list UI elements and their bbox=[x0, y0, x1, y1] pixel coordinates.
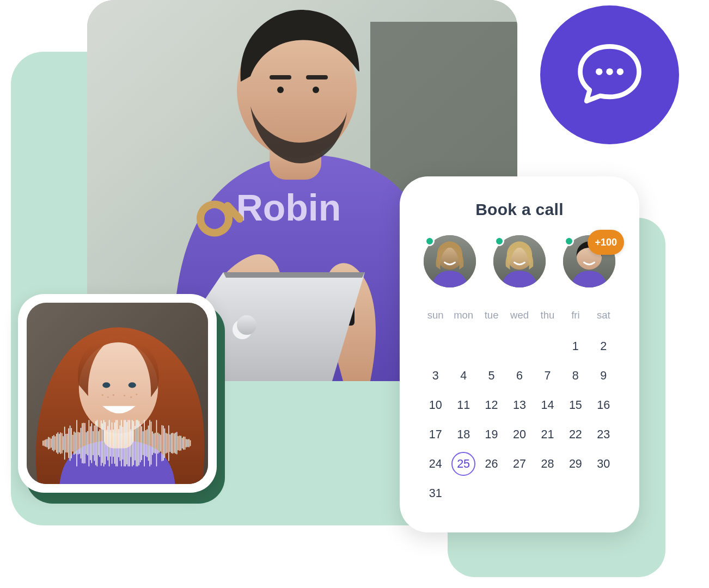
calendar-day[interactable]: 20 bbox=[505, 421, 533, 448]
calendar-day-label: 24 bbox=[429, 457, 442, 471]
book-call-title: Book a call bbox=[421, 200, 618, 219]
svg-point-23 bbox=[124, 395, 125, 396]
calendar-day-selected[interactable]: 25 bbox=[449, 451, 477, 477]
calendar-day[interactable]: 18 bbox=[449, 421, 477, 448]
calendar-day-label: 17 bbox=[429, 428, 442, 442]
chat-button[interactable] bbox=[540, 5, 679, 144]
calendar-empty-cell bbox=[534, 333, 561, 359]
calendar-day-label: 28 bbox=[541, 457, 554, 471]
voice-note-card bbox=[18, 294, 217, 493]
calendar-day[interactable]: 10 bbox=[421, 392, 449, 418]
avatar[interactable]: +100 bbox=[563, 235, 615, 287]
calendar-day[interactable]: 12 bbox=[478, 392, 505, 418]
calendar-day[interactable]: 6 bbox=[505, 363, 533, 389]
calendar-day-label: 25 bbox=[451, 452, 475, 476]
calendar-day[interactable]: 7 bbox=[534, 363, 561, 389]
calendar-day-label: 8 bbox=[572, 369, 579, 383]
calendar-day-label: 7 bbox=[544, 369, 551, 383]
calendar-day-label: 5 bbox=[488, 369, 495, 383]
svg-point-20 bbox=[102, 394, 103, 396]
calendar-day-label: 22 bbox=[569, 428, 582, 442]
calendar-day[interactable]: 29 bbox=[561, 451, 589, 477]
svg-point-24 bbox=[130, 396, 132, 398]
calendar-day[interactable]: 21 bbox=[534, 421, 561, 448]
calendar-day[interactable]: 8 bbox=[561, 363, 589, 389]
svg-point-6 bbox=[277, 87, 284, 93]
calendar-day-label: 20 bbox=[513, 428, 526, 442]
calendar-day-label: 19 bbox=[485, 428, 498, 442]
calendar-day[interactable]: 23 bbox=[590, 421, 618, 448]
book-call-card: Book a call +100 sunmontuewedthufrisat12… bbox=[400, 176, 639, 532]
calendar-day-label: 13 bbox=[513, 399, 526, 412]
calendar-day[interactable]: 1 bbox=[561, 333, 589, 359]
calendar-day-label: 31 bbox=[429, 487, 442, 500]
calendar-day-label: 30 bbox=[597, 457, 610, 471]
calendar-day[interactable]: 3 bbox=[421, 363, 449, 389]
calendar-day-header: mon bbox=[449, 309, 477, 330]
calendar-day[interactable]: 16 bbox=[590, 392, 618, 418]
svg-point-13 bbox=[606, 68, 613, 75]
calendar-day-header: wed bbox=[505, 309, 533, 330]
calendar-day-label: 26 bbox=[485, 457, 498, 471]
calendar-day[interactable]: 24 bbox=[421, 451, 449, 477]
calendar-empty-cell bbox=[421, 333, 449, 359]
calendar-day[interactable]: 14 bbox=[534, 392, 561, 418]
svg-point-25 bbox=[136, 394, 137, 395]
calendar-day-header: tue bbox=[478, 309, 505, 330]
status-dot bbox=[425, 236, 435, 246]
calendar-empty-cell bbox=[449, 333, 477, 359]
waveform-icon bbox=[42, 419, 193, 468]
svg-point-21 bbox=[107, 396, 109, 398]
status-dot bbox=[494, 236, 504, 246]
calendar-day-header: fri bbox=[561, 309, 589, 330]
calendar-day[interactable]: 19 bbox=[478, 421, 505, 448]
calendar-day[interactable]: 30 bbox=[590, 451, 618, 477]
calendar-day[interactable]: 11 bbox=[449, 392, 477, 418]
calendar-day-label: 10 bbox=[429, 399, 442, 412]
calendar-day-label: 11 bbox=[457, 399, 470, 412]
calendar-day-header: sun bbox=[421, 309, 449, 330]
avatar[interactable] bbox=[493, 235, 546, 287]
calendar-day[interactable]: 26 bbox=[478, 451, 505, 477]
calendar-day-label: 3 bbox=[432, 369, 439, 383]
svg-text:Robin: Robin bbox=[236, 187, 341, 228]
calendar-day[interactable]: 5 bbox=[478, 363, 505, 389]
calendar-day[interactable]: 13 bbox=[505, 392, 533, 418]
calendar-day[interactable]: 17 bbox=[421, 421, 449, 448]
calendar-day[interactable]: 9 bbox=[590, 363, 618, 389]
calendar-day[interactable]: 22 bbox=[561, 421, 589, 448]
calendar-day-label: 14 bbox=[541, 399, 554, 412]
calendar-day-label: 27 bbox=[513, 457, 526, 471]
calendar-day-label: 4 bbox=[460, 369, 467, 383]
svg-rect-5 bbox=[306, 75, 328, 79]
calendar-day[interactable]: 15 bbox=[561, 392, 589, 418]
svg-point-12 bbox=[596, 68, 603, 75]
svg-point-10 bbox=[237, 315, 256, 335]
calendar-day-header: sat bbox=[590, 309, 618, 330]
calendar-empty-cell bbox=[505, 333, 533, 359]
calendar-day[interactable]: 27 bbox=[505, 451, 533, 477]
calendar-day-label: 6 bbox=[516, 369, 523, 383]
calendar-day[interactable]: 4 bbox=[449, 363, 477, 389]
calendar-day-label: 21 bbox=[541, 428, 554, 442]
calendar-day-label: 1 bbox=[572, 340, 579, 353]
calendar-grid: sunmontuewedthufrisat1234567891011121314… bbox=[421, 309, 618, 506]
svg-point-18 bbox=[102, 382, 110, 388]
svg-point-22 bbox=[113, 394, 114, 396]
status-dot bbox=[564, 236, 574, 246]
calendar-day-label: 12 bbox=[485, 399, 498, 412]
avatar-row: +100 bbox=[421, 235, 618, 287]
calendar-day[interactable]: 2 bbox=[590, 333, 618, 359]
calendar-day-label: 9 bbox=[600, 369, 607, 383]
calendar-day[interactable]: 31 bbox=[421, 480, 449, 506]
calendar-day-header: thu bbox=[534, 309, 561, 330]
avatar[interactable] bbox=[424, 235, 476, 287]
voice-photo bbox=[27, 303, 208, 484]
svg-point-7 bbox=[313, 87, 319, 93]
calendar-empty-cell bbox=[478, 333, 505, 359]
svg-point-19 bbox=[129, 382, 136, 388]
avatar-count-badge: +100 bbox=[588, 230, 624, 255]
calendar-day[interactable]: 28 bbox=[534, 451, 561, 477]
svg-rect-4 bbox=[270, 75, 291, 79]
chat-icon bbox=[573, 37, 646, 113]
